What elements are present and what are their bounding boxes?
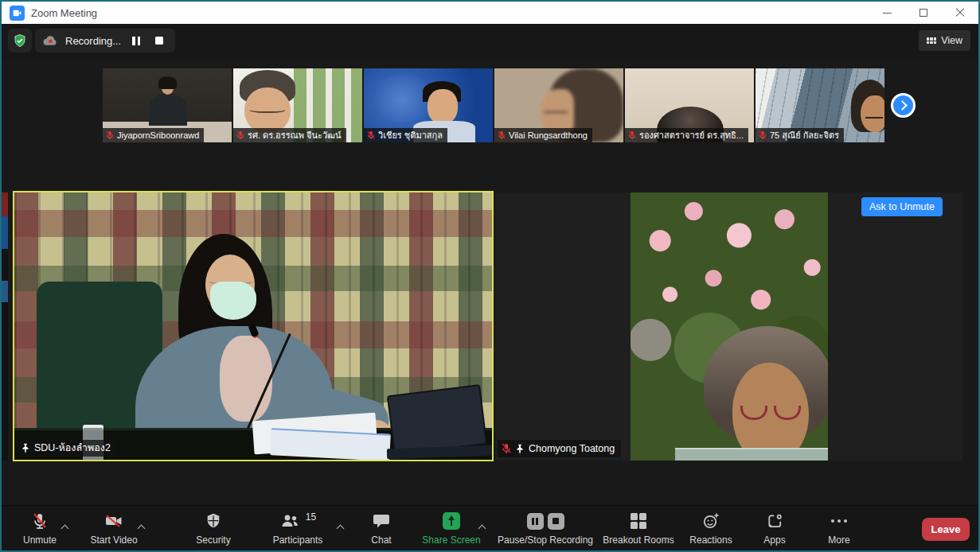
pause-recording-icon xyxy=(527,513,544,530)
pause-stop-recording-button[interactable]: Pause/Stop Recording xyxy=(482,511,608,546)
secondary-name-label: Chomyong Toatong xyxy=(498,440,621,457)
unmute-options-chevron[interactable] xyxy=(59,520,70,531)
pause-recording-button[interactable] xyxy=(128,33,144,49)
chat-bubble-icon xyxy=(372,511,391,531)
offscreen-video-sliver xyxy=(2,192,8,461)
muted-mic-icon xyxy=(236,130,244,140)
stop-recording-icon xyxy=(548,513,564,530)
view-label: View xyxy=(941,35,962,46)
video-options-chevron[interactable] xyxy=(135,520,146,531)
security-button[interactable]: Security xyxy=(185,511,242,546)
muted-mic-icon xyxy=(367,130,375,140)
maximize-button[interactable] xyxy=(905,2,942,24)
reactions-smiley-icon xyxy=(701,511,720,531)
participants-options-chevron[interactable] xyxy=(334,520,346,531)
meeting-toolbar: Unmute Start Video Security 15 Participa… xyxy=(2,505,978,550)
recording-label: Recording... xyxy=(65,35,121,47)
chevron-up-icon xyxy=(336,525,344,533)
participants-button[interactable]: 15 Participants xyxy=(261,511,334,546)
security-shield-icon xyxy=(13,33,27,48)
camera-off-icon xyxy=(103,511,124,531)
meeting-info-button[interactable] xyxy=(8,29,32,52)
window-title: Zoom Meeting xyxy=(31,7,97,19)
leave-button[interactable]: Leave xyxy=(922,518,970,541)
cloud-recording-icon xyxy=(43,35,58,46)
participant-name-label: รศ. ดร.อรรณพ จีนะวัฒน์ xyxy=(233,128,346,142)
video-feed xyxy=(14,192,492,460)
participant-name-label: วิเชียร ชุติมาสกุล xyxy=(364,128,447,142)
participant-filmstrip: JiyapornSriboonrawd รศ. ดร.อรรณพ จีนะวัฒ… xyxy=(103,68,884,142)
recording-indicator: Recording... xyxy=(35,29,175,52)
minimize-icon xyxy=(883,13,892,14)
gallery-view-icon xyxy=(927,37,937,44)
participant-thumbnail[interactable]: Vilai Rungsardthong xyxy=(494,68,623,142)
view-button[interactable]: View xyxy=(919,30,970,51)
titlebar: Zoom Meeting xyxy=(2,2,978,24)
chevron-up-icon xyxy=(137,525,145,533)
participant-name-label: รองศาสตราจารย์ ดร.สุทธิ... xyxy=(625,128,748,142)
breakout-rooms-icon xyxy=(631,513,647,530)
chat-button[interactable]: Chat xyxy=(357,511,405,546)
participant-name-label: 75 สุณีย์ กัลยะจิตร xyxy=(755,128,844,142)
secondary-video[interactable]: Ask to Unmute Chomyong Toatong xyxy=(495,192,962,461)
ask-to-unmute-button[interactable]: Ask to Unmute xyxy=(861,197,943,216)
shield-icon xyxy=(205,511,222,531)
next-participants-button[interactable] xyxy=(891,93,916,118)
participant-thumbnail[interactable]: รองศาสตราจารย์ ดร.สุทธิ... xyxy=(625,68,754,142)
more-button[interactable]: More xyxy=(814,511,865,546)
participant-thumbnail[interactable]: JiyapornSriboonrawd xyxy=(103,68,232,142)
pin-icon xyxy=(21,443,30,453)
apps-button[interactable]: Apps xyxy=(749,511,800,546)
video-feed xyxy=(631,192,828,461)
pause-icon xyxy=(132,37,140,45)
stop-recording-button[interactable] xyxy=(151,33,167,49)
muted-mic-icon xyxy=(502,443,511,454)
window-controls xyxy=(869,2,978,24)
participant-thumbnail[interactable]: รศ. ดร.อรรณพ จีนะวัฒน์ xyxy=(233,68,362,142)
active-speaker-name-label: SDU-ห้องลำพอง2 xyxy=(17,440,117,457)
muted-mic-icon xyxy=(628,130,636,140)
participant-thumbnail[interactable]: วิเชียร ชุติมาสกุล xyxy=(364,68,493,142)
zoom-app-icon xyxy=(10,6,25,21)
zoom-meeting-window: Zoom Meeting Recording... View xyxy=(0,0,980,552)
participant-thumbnail[interactable]: 75 สุณีย์ กัลยะจิตร xyxy=(755,68,884,142)
muted-mic-icon xyxy=(759,130,767,140)
chevron-up-icon xyxy=(61,525,68,533)
share-screen-icon xyxy=(443,512,460,530)
more-ellipsis-icon xyxy=(831,519,848,523)
minimize-button[interactable] xyxy=(869,2,905,24)
participant-name-label: Vilai Rungsardthong xyxy=(494,128,592,142)
close-icon xyxy=(955,8,965,17)
maximize-icon xyxy=(919,9,927,17)
muted-mic-icon xyxy=(106,130,114,140)
participant-name-label: JiyapornSriboonrawd xyxy=(103,128,204,142)
participants-icon xyxy=(279,511,300,531)
close-button[interactable] xyxy=(942,2,978,24)
stop-icon xyxy=(155,37,163,45)
pin-icon xyxy=(515,444,525,454)
breakout-rooms-button[interactable]: Breakout Rooms xyxy=(595,511,682,546)
reactions-button[interactable]: Reactions xyxy=(677,511,744,546)
meeting-control-strip: Recording... View xyxy=(2,24,978,59)
chevron-right-icon xyxy=(897,100,908,111)
apps-icon xyxy=(766,511,784,531)
muted-mic-icon xyxy=(498,130,506,140)
mic-muted-icon xyxy=(30,511,49,531)
active-speaker-video[interactable]: SDU-ห้องลำพอง2 xyxy=(13,191,494,461)
participants-count: 15 xyxy=(306,511,316,523)
